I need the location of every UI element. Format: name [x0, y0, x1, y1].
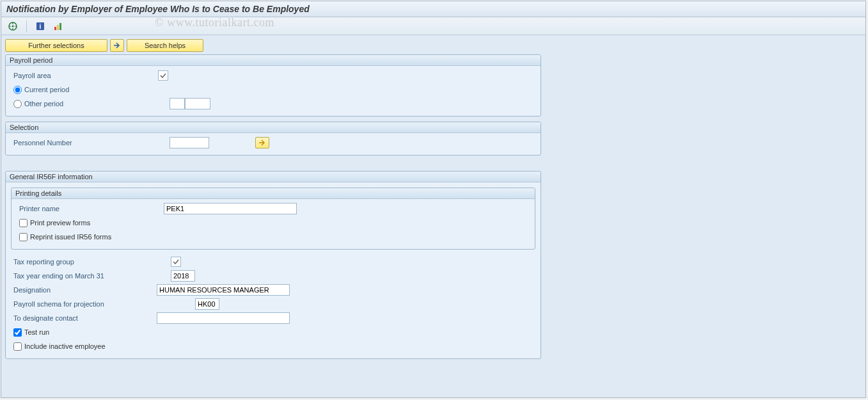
tax-reporting-group-indicator[interactable]	[171, 257, 181, 267]
test-run-checkbox[interactable]	[13, 328, 22, 337]
selection-title: Selection	[6, 122, 541, 133]
print-preview-row[interactable]: Print preview forms	[17, 219, 90, 227]
tax-year-label: Tax year ending on March 31	[11, 272, 171, 280]
printing-details-group: Printing details Printer name Print prev…	[11, 188, 535, 250]
page-title: Notification by Employer of Employee Who…	[1, 1, 865, 17]
app-toolbar: i © www.tutorialkart.com	[1, 17, 865, 35]
include-inactive-checkbox[interactable]	[13, 342, 22, 351]
general-ir56f-title: General IR56F information	[6, 172, 541, 182]
watermark-text: © www.tutorialkart.com	[155, 16, 274, 29]
reprint-row[interactable]: Reprint issued IR56 forms	[17, 233, 111, 241]
other-period-field-2[interactable]	[185, 98, 210, 109]
arrow-right-button[interactable]	[110, 39, 124, 52]
selection-group: Selection Personnel Number	[5, 122, 541, 156]
other-period-radio-row[interactable]: Other period	[11, 100, 158, 108]
include-inactive-row[interactable]: Include inactive employee	[11, 342, 106, 351]
printing-details-title: Printing details	[12, 188, 535, 199]
printer-name-field[interactable]	[164, 203, 297, 214]
payroll-area-label: Payroll area	[11, 72, 158, 79]
reprint-checkbox[interactable]	[19, 233, 28, 241]
tax-reporting-group-label: Tax reporting group	[11, 258, 171, 266]
tax-year-field[interactable]	[171, 270, 195, 282]
svg-point-1	[12, 25, 14, 27]
current-period-radio-row[interactable]: Current period	[11, 86, 158, 94]
other-period-field-1[interactable]	[170, 98, 185, 109]
search-helps-label: Search helps	[145, 42, 185, 49]
content-area: Further selections Search helps Payroll …	[1, 35, 865, 397]
payroll-schema-field[interactable]	[195, 298, 219, 310]
svg-rect-4	[54, 27, 56, 30]
print-preview-checkbox[interactable]	[19, 219, 28, 227]
sap-window: Notification by Employer of Employee Who…	[1, 1, 866, 398]
further-selections-label: Further selections	[28, 42, 84, 49]
designation-field[interactable]	[157, 284, 290, 296]
personnel-number-label: Personnel Number	[11, 139, 158, 147]
designation-label: Designation	[11, 286, 157, 294]
current-period-radio[interactable]	[13, 86, 22, 94]
test-run-label: Test run	[24, 328, 49, 336]
svg-text:i: i	[40, 23, 42, 30]
chart-icon[interactable]	[52, 20, 65, 33]
general-ir56f-group: General IR56F information Printing detai…	[5, 171, 541, 359]
current-period-label: Current period	[24, 86, 69, 93]
reprint-label: Reprint issued IR56 forms	[30, 233, 111, 241]
test-run-row[interactable]: Test run	[11, 328, 49, 337]
svg-rect-6	[59, 23, 61, 30]
other-period-label: Other period	[24, 100, 63, 108]
further-selections-button[interactable]: Further selections	[5, 39, 107, 52]
svg-rect-5	[57, 25, 59, 30]
personnel-number-multi-button[interactable]	[255, 137, 269, 148]
include-inactive-label: Include inactive employee	[24, 342, 106, 350]
search-helps-button[interactable]: Search helps	[127, 39, 203, 52]
printer-name-label: Printer name	[17, 205, 164, 212]
personnel-number-field[interactable]	[170, 137, 209, 148]
info-icon[interactable]: i	[34, 20, 47, 33]
payroll-area-indicator[interactable]	[158, 70, 168, 81]
to-designate-contact-label: To designate contact	[11, 314, 157, 322]
execute-icon[interactable]	[6, 20, 19, 33]
payroll-schema-label: Payroll schema for projection	[11, 300, 195, 308]
selection-button-row: Further selections Search helps	[5, 39, 862, 52]
payroll-period-group: Payroll period Payroll area Current peri…	[5, 54, 541, 116]
print-preview-label: Print preview forms	[30, 219, 90, 227]
to-designate-contact-field[interactable]	[157, 312, 290, 324]
toolbar-separator	[26, 20, 27, 32]
payroll-period-title: Payroll period	[6, 55, 541, 66]
other-period-radio[interactable]	[13, 100, 22, 108]
